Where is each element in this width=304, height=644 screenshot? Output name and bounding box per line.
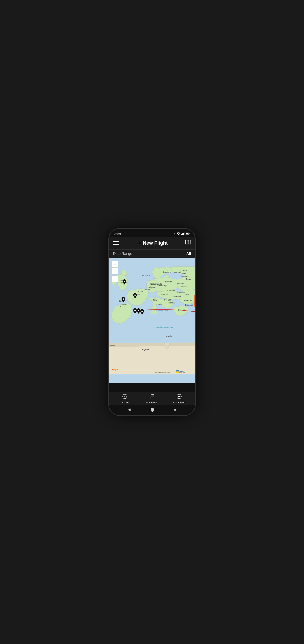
svg-text:Leaflet: Leaflet — [180, 371, 184, 372]
svg-text:Tyrrhenian Sea: Tyrrhenian Sea — [156, 309, 168, 311]
svg-text:Italy: Italy — [153, 299, 157, 301]
menu-button[interactable] — [113, 239, 121, 247]
svg-text:Berlin●: Berlin● — [165, 281, 172, 283]
svg-rect-9 — [188, 240, 191, 244]
phone-frame: 6:03 ⊙ — [108, 228, 196, 416]
arrow-up-right-icon — [149, 394, 155, 400]
svg-rect-67 — [176, 372, 179, 372]
svg-text:●Paris: ●Paris — [138, 290, 143, 292]
map-svg: North Sea Baltic Sea Denmark Estonia Lat… — [109, 258, 195, 383]
svg-text:Lithuania: Lithuania — [180, 276, 187, 277]
battery-icon — [186, 232, 190, 236]
status-bar: 6:03 ⊙ — [109, 229, 195, 237]
hamburger-line-2 — [113, 243, 119, 244]
svg-rect-66 — [176, 370, 179, 372]
scroll-indicator — [194, 296, 195, 306]
date-range-value: All — [186, 252, 191, 256]
date-range-label: Date Range — [113, 252, 132, 256]
phone-screen: 6:03 ⊙ — [109, 229, 195, 415]
recents-button[interactable]: ■ — [174, 408, 176, 412]
svg-text:rocco: rocco — [110, 344, 115, 346]
svg-text:Germany: Germany — [158, 284, 167, 287]
svg-text:Hungary: Hungary — [173, 295, 181, 298]
tab-route-map[interactable]: Route Map — [138, 394, 165, 404]
back-button[interactable]: ◀ — [128, 408, 131, 412]
svg-text:Tunisia: Tunisia — [165, 335, 172, 338]
svg-point-70 — [124, 396, 125, 397]
svg-text:✈: ✈ — [138, 310, 139, 312]
zoom-in-button[interactable]: + — [112, 261, 118, 268]
android-nav-bar: ◀ ⬤ ■ — [109, 405, 195, 415]
page-title: + New Flight — [139, 240, 168, 246]
svg-text:Latvia: Latvia — [182, 272, 186, 274]
status-time: 6:03 — [114, 232, 121, 236]
svg-text:✈: ✈ — [124, 281, 125, 282]
plus-icon — [176, 394, 182, 400]
compass-icon — [122, 394, 128, 400]
add-airport-tab-label: Add Airport — [173, 401, 185, 404]
svg-text:✈: ✈ — [141, 311, 142, 312]
svg-line-75 — [150, 395, 154, 398]
svg-text:✈: ✈ — [122, 298, 124, 300]
hamburger-line-3 — [113, 244, 119, 245]
svg-text:Serbia: Serbia — [169, 302, 175, 304]
svg-text:Belar: Belar — [186, 278, 191, 280]
app-header: + New Flight — [109, 237, 195, 250]
svg-text:●Rome: ●Rome — [156, 304, 162, 306]
svg-text:Estonia: Estonia — [182, 270, 187, 271]
date-range-bar[interactable]: Date Range All — [109, 250, 195, 258]
svg-text:Bulgaria: Bulgaria — [185, 304, 193, 306]
svg-text:al: al — [120, 306, 121, 308]
svg-text:Google: Google — [111, 368, 118, 370]
svg-text:●Warsaw: ●Warsaw — [180, 286, 186, 288]
wifi-icon — [177, 232, 180, 236]
notification-icon: ⊙ — [174, 233, 175, 235]
svg-text:●Madrid: ●Madrid — [120, 304, 127, 306]
svg-text:Mold: Mold — [185, 293, 189, 295]
svg-text:Map data ©2022 Google: Map data ©2022 Google — [155, 372, 170, 373]
svg-text:Poland: Poland — [177, 282, 184, 285]
home-button[interactable]: ⬤ — [150, 408, 154, 412]
tab-add-airport[interactable]: Add Airport — [166, 394, 193, 404]
route-map-tab-label: Route Map — [146, 401, 158, 404]
svg-rect-2 — [182, 234, 183, 235]
svg-rect-8 — [185, 240, 188, 244]
svg-point-0 — [178, 234, 179, 235]
map-controls: + − — [112, 261, 118, 282]
svg-text:Mediterranean Sea: Mediterranean Sea — [156, 326, 173, 328]
svg-rect-7 — [189, 234, 190, 234]
svg-text:Denmark: Denmark — [163, 271, 171, 273]
svg-text:Austria: Austria — [161, 294, 168, 296]
svg-text:✈: ✈ — [134, 310, 135, 312]
svg-text:Croatia: Croatia — [164, 299, 171, 301]
layers-button[interactable] — [112, 276, 118, 282]
signal-icon — [181, 232, 184, 236]
svg-text:Greece: Greece — [178, 309, 185, 311]
bottom-tabs: Airports Route Map — [109, 392, 195, 405]
svg-rect-3 — [183, 233, 184, 235]
svg-text:Romania: Romania — [184, 300, 192, 302]
svg-text:Algeria: Algeria — [142, 348, 149, 350]
svg-rect-6 — [186, 233, 188, 234]
airports-tab-label: Airports — [121, 401, 129, 404]
svg-text:Slovakia: Slovakia — [177, 292, 185, 294]
hamburger-line-1 — [113, 241, 119, 242]
svg-text:North Sea: North Sea — [142, 274, 150, 276]
svg-text:Belgium: Belgium — [148, 286, 155, 288]
book-icon[interactable] — [185, 240, 191, 246]
svg-rect-1 — [181, 234, 182, 235]
spacer — [109, 383, 195, 392]
svg-text:France: France — [144, 288, 150, 291]
map-container[interactable]: North Sea Baltic Sea Denmark Estonia Lat… — [109, 258, 195, 383]
svg-text:Czechia: Czechia — [167, 289, 175, 292]
svg-text:Baltic Sea: Baltic Sea — [174, 272, 181, 273]
svg-text:✈: ✈ — [134, 295, 135, 296]
svg-rect-4 — [184, 232, 184, 235]
status-icons: ⊙ — [174, 232, 190, 236]
zoom-out-button[interactable]: − — [112, 268, 118, 274]
tab-airports[interactable]: Airports — [111, 394, 138, 404]
